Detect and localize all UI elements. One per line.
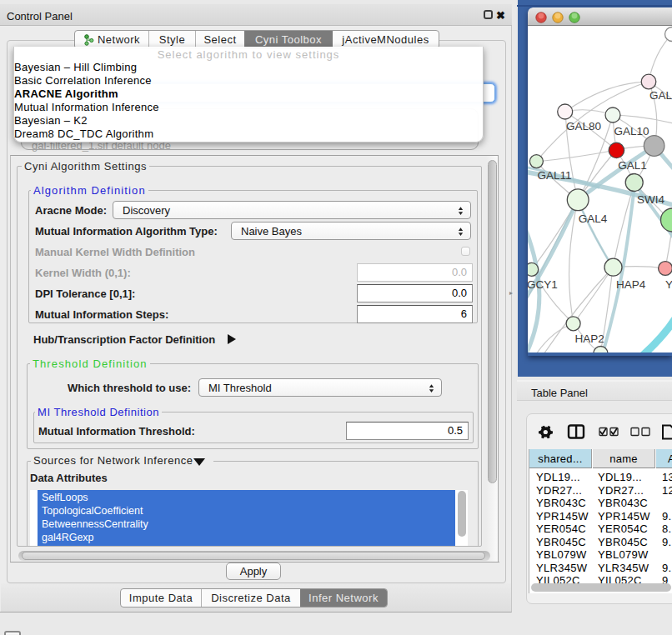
svg-text:GAL80: GAL80 <box>566 120 601 132</box>
svg-text:HAP4: HAP4 <box>616 278 646 291</box>
svg-text:GAL11: GAL11 <box>538 169 572 182</box>
svg-text:GAL10: GAL10 <box>614 125 649 138</box>
svg-text:HAP2: HAP2 <box>575 332 604 345</box>
svg-text:GAL7: GAL7 <box>649 89 672 102</box>
svg-text:GCY1: GCY1 <box>528 278 558 291</box>
svg-text:GAL4: GAL4 <box>579 212 608 225</box>
svg-text:GAL1: GAL1 <box>618 159 647 172</box>
svg-text:Y: Y <box>665 278 672 291</box>
svg-text:SWI4: SWI4 <box>637 193 664 206</box>
